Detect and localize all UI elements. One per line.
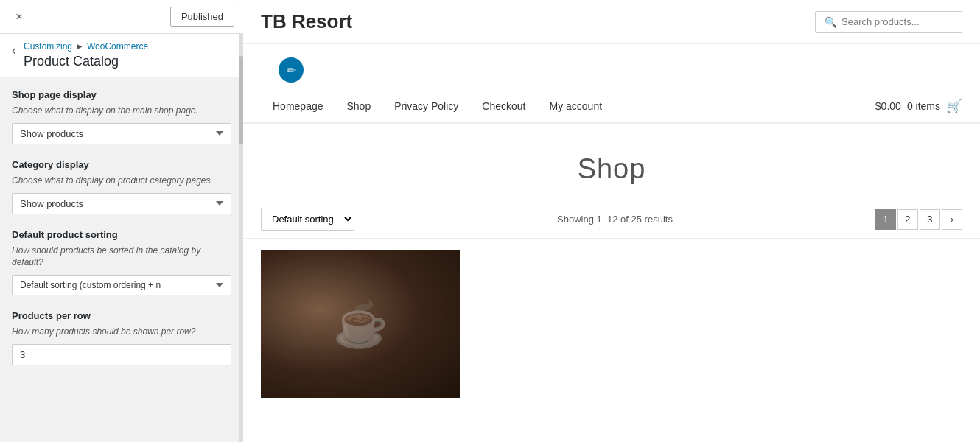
cart-amount: $0.00 xyxy=(875,100,901,112)
search-icon: 🔍 xyxy=(825,16,837,28)
panel-content: Shop page display Choose what to display… xyxy=(0,77,243,442)
back-button[interactable]: ‹ xyxy=(12,43,16,58)
page-next-button[interactable]: › xyxy=(942,209,962,230)
products-per-row-section: Products per row How many products shoul… xyxy=(12,310,231,365)
scrollbar xyxy=(239,34,243,442)
shop-page-display-title: Shop page display xyxy=(12,89,231,100)
edit-icon-row: ✏ xyxy=(243,44,980,90)
panel-page-title: Product Catalog xyxy=(24,54,148,69)
page-1-button[interactable]: 1 xyxy=(875,209,896,230)
page-2-button[interactable]: 2 xyxy=(897,209,918,230)
breadcrumb-section: ‹ Customizing ► WooCommerce Product Cata… xyxy=(0,34,243,77)
default-sorting-section: Default product sorting How should produ… xyxy=(12,229,231,296)
category-display-select[interactable]: Show products Show subcategories Show su… xyxy=(12,193,231,214)
published-button[interactable]: Published xyxy=(170,7,234,27)
nav-shop[interactable]: Shop xyxy=(335,90,383,122)
cart-area: $0.00 0 items 🛒 xyxy=(875,98,962,114)
default-sorting-desc: How should products be sorted in the cat… xyxy=(12,245,231,270)
shop-toolbar: Default sorting Popularity Average ratin… xyxy=(243,200,980,239)
category-display-title: Category display xyxy=(12,159,231,170)
shop-heading: Shop xyxy=(243,153,980,185)
default-sorting-title: Default product sorting xyxy=(12,229,231,240)
customizer-panel: × Published ‹ Customizing ► WooCommerce … xyxy=(0,0,243,442)
preview-panel: TB Resort 🔍 ✏ Homepage Shop Privacy Poli… xyxy=(243,0,980,442)
cart-items-count: 0 items xyxy=(907,100,940,112)
products-grid xyxy=(243,239,980,410)
nav-checkout[interactable]: Checkout xyxy=(470,90,537,122)
default-sorting-select[interactable]: Default sorting (custom ordering + n Pop… xyxy=(12,275,231,295)
top-bar: × Published xyxy=(0,0,243,34)
results-text: Showing 1–12 of 25 results xyxy=(557,214,673,225)
search-box[interactable]: 🔍 xyxy=(815,11,962,33)
shop-heading-section: Shop xyxy=(243,124,980,200)
sort-select[interactable]: Default sorting Popularity Average ratin… xyxy=(261,208,354,231)
page-3-button[interactable]: 3 xyxy=(920,209,940,230)
site-header: TB Resort 🔍 xyxy=(243,0,980,44)
site-title: TB Resort xyxy=(261,10,352,33)
customizing-link[interactable]: Customizing xyxy=(24,41,72,52)
shop-page-display-select[interactable]: Show products Show categories Show categ… xyxy=(12,123,231,144)
nav-privacy-policy[interactable]: Privacy Policy xyxy=(382,90,470,122)
nav-my-account[interactable]: My account xyxy=(538,90,615,122)
products-per-row-title: Products per row xyxy=(12,310,231,321)
product-image xyxy=(261,250,460,398)
nav-bar: Homepage Shop Privacy Policy Checkout My… xyxy=(243,90,980,124)
pagination: 1 2 3 › xyxy=(875,209,962,230)
edit-pencil-icon[interactable]: ✏ xyxy=(279,57,304,83)
product-card[interactable] xyxy=(261,250,460,398)
category-display-section: Category display Choose what to display … xyxy=(12,159,231,214)
nav-homepage[interactable]: Homepage xyxy=(261,90,335,122)
products-per-row-desc: How many products should be shown per ro… xyxy=(12,326,231,338)
shop-page-display-section: Shop page display Choose what to display… xyxy=(12,89,231,144)
breadcrumb-nav: Customizing ► WooCommerce xyxy=(24,41,148,52)
cart-icon[interactable]: 🛒 xyxy=(946,98,962,114)
woocommerce-link[interactable]: WooCommerce xyxy=(87,41,148,52)
close-button[interactable]: × xyxy=(9,7,29,27)
shop-page-display-desc: Choose what to display on the main shop … xyxy=(12,105,231,117)
products-per-row-input[interactable] xyxy=(12,344,231,365)
search-input[interactable] xyxy=(841,16,953,27)
breadcrumb-text: Customizing ► WooCommerce Product Catalo… xyxy=(24,41,148,69)
scroll-thumb xyxy=(239,56,243,144)
nav-links: Homepage Shop Privacy Policy Checkout My… xyxy=(261,90,614,122)
breadcrumb-arrow: ► xyxy=(75,41,84,52)
category-display-desc: Choose what to display on product catego… xyxy=(12,175,231,187)
